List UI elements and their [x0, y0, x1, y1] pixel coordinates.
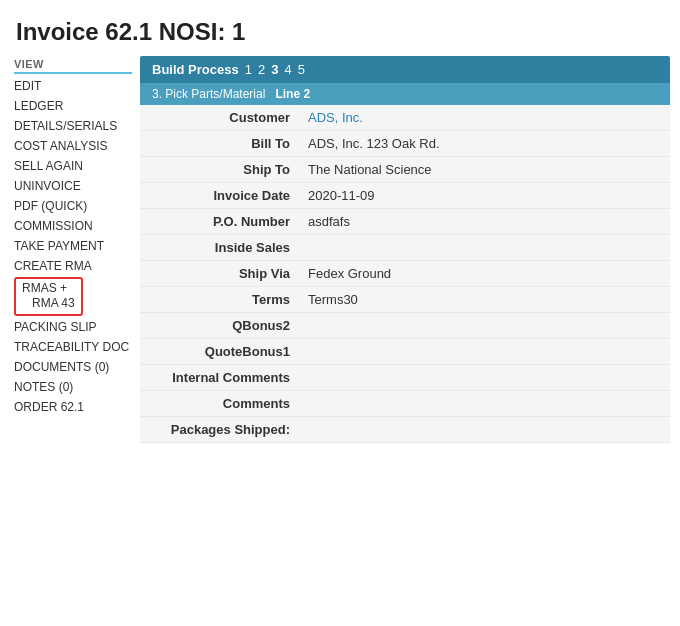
field-value-9: [300, 339, 670, 365]
build-process-steps: 12345: [245, 62, 305, 77]
rmas-container: RMAS + RMA 43: [14, 277, 83, 316]
field-label-9: QuoteBonus1: [140, 339, 300, 365]
build-process-subheader: 3. Pick Parts/Material Line 2: [140, 83, 670, 105]
sidebar-item-sell-again[interactable]: SELL AGAIN: [14, 156, 132, 176]
build-process-label: Build Process: [152, 62, 239, 77]
sidebar: VIEW EDITLEDGERDETAILS/SERIALSCOST ANALY…: [0, 56, 140, 443]
field-value-12: [300, 417, 670, 443]
page-title: Invoice 62.1 NOSI: 1: [0, 0, 680, 56]
sidebar-item-uninvoice[interactable]: UNINVOICE: [14, 176, 132, 196]
field-label-11: Comments: [140, 391, 300, 417]
build-process-sub-label: 3. Pick Parts/Material: [152, 87, 265, 101]
info-row: Invoice Date2020-11-09: [140, 183, 670, 209]
info-row: Ship ViaFedex Ground: [140, 261, 670, 287]
build-process-step-1[interactable]: 1: [245, 62, 252, 77]
field-label-10: Internal Comments: [140, 365, 300, 391]
info-row: CustomerADS, Inc.: [140, 105, 670, 131]
sidebar-item-cost-analysis[interactable]: COST ANALYSIS: [14, 136, 132, 156]
field-label-3: Invoice Date: [140, 183, 300, 209]
sidebar-item-pdf-quick[interactable]: PDF (QUICK): [14, 196, 132, 216]
sidebar-item-packing-slip[interactable]: PACKING SLIP: [14, 317, 132, 337]
sidebar-item-documents[interactable]: DOCUMENTS (0): [14, 357, 132, 377]
sidebar-item-rma-43[interactable]: RMA 43: [22, 295, 75, 310]
field-value-11: [300, 391, 670, 417]
info-row: Comments: [140, 391, 670, 417]
build-process-line-label: Line 2: [275, 87, 310, 101]
field-label-5: Inside Sales: [140, 235, 300, 261]
field-label-12: Packages Shipped:: [140, 417, 300, 443]
sidebar-section-view: VIEW: [14, 56, 132, 74]
info-row: Inside Sales: [140, 235, 670, 261]
info-row: TermsTerms30: [140, 287, 670, 313]
field-value-10: [300, 365, 670, 391]
info-row: QBonus2: [140, 313, 670, 339]
sidebar-item-notes[interactable]: NOTES (0): [14, 377, 132, 397]
info-row: Bill ToADS, Inc. 123 Oak Rd.: [140, 131, 670, 157]
build-process-step-5[interactable]: 5: [298, 62, 305, 77]
build-process-header: Build Process 12345: [140, 56, 670, 83]
info-row: Packages Shipped:: [140, 417, 670, 443]
info-row: Ship ToThe National Science: [140, 157, 670, 183]
field-label-0: Customer: [140, 105, 300, 131]
sidebar-item-order-62[interactable]: ORDER 62.1: [14, 397, 132, 417]
field-value-3: 2020-11-09: [300, 183, 670, 209]
field-label-6: Ship Via: [140, 261, 300, 287]
field-value-4: asdfafs: [300, 209, 670, 235]
sidebar-item-details-serials[interactable]: DETAILS/SERIALS: [14, 116, 132, 136]
build-process-step-2[interactable]: 2: [258, 62, 265, 77]
field-value-6: Fedex Ground: [300, 261, 670, 287]
sidebar-item-commission[interactable]: COMMISSION: [14, 216, 132, 236]
field-label-2: Ship To: [140, 157, 300, 183]
sidebar-item-edit[interactable]: EDIT: [14, 76, 132, 96]
field-value-1: ADS, Inc. 123 Oak Rd.: [300, 131, 670, 157]
sidebar-item-create-rma[interactable]: CREATE RMA: [14, 256, 132, 276]
info-table: CustomerADS, Inc.Bill ToADS, Inc. 123 Oa…: [140, 105, 670, 443]
content-area: Build Process 12345 3. Pick Parts/Materi…: [140, 56, 670, 443]
sidebar-item-take-payment[interactable]: TAKE PAYMENT: [14, 236, 132, 256]
field-label-7: Terms: [140, 287, 300, 313]
build-process-step-4[interactable]: 4: [284, 62, 291, 77]
sidebar-item-traceability-doc[interactable]: TRACEABILITY DOC: [14, 337, 132, 357]
field-value-0[interactable]: ADS, Inc.: [300, 105, 670, 131]
info-row: QuoteBonus1: [140, 339, 670, 365]
sidebar-item-ledger[interactable]: LEDGER: [14, 96, 132, 116]
rmas-label[interactable]: RMAS +: [22, 281, 75, 295]
info-row: Internal Comments: [140, 365, 670, 391]
field-label-8: QBonus2: [140, 313, 300, 339]
field-value-7: Terms30: [300, 287, 670, 313]
info-row: P.O. Numberasdfafs: [140, 209, 670, 235]
field-value-8: [300, 313, 670, 339]
field-value-2: The National Science: [300, 157, 670, 183]
field-label-4: P.O. Number: [140, 209, 300, 235]
field-label-1: Bill To: [140, 131, 300, 157]
field-value-5: [300, 235, 670, 261]
build-process-step-3[interactable]: 3: [271, 62, 278, 77]
